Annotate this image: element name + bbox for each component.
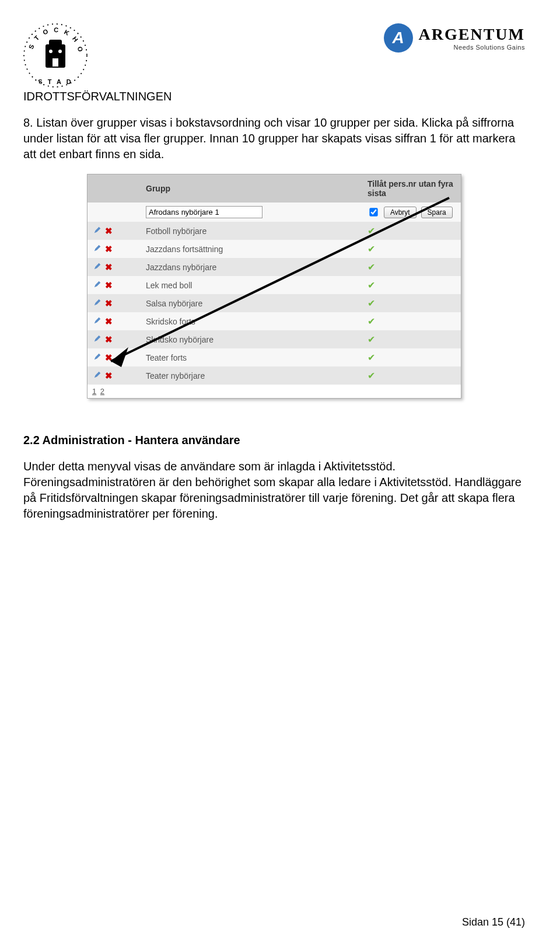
table-row: ✖ Teater forts ✔ (88, 348, 461, 366)
group-name: Lek med boll (140, 276, 362, 294)
delete-icon[interactable]: ✖ (105, 352, 113, 363)
group-name: Skridsko forts (140, 312, 362, 330)
group-name: Teater forts (140, 348, 362, 366)
group-name-input[interactable] (146, 206, 262, 218)
check-icon: ✔ (368, 371, 375, 381)
table-row: ✖ Fotboll nybörjare ✔ (88, 222, 461, 240)
svg-text:S T A D: S T A D (38, 78, 72, 85)
page-footer: Sidan 15 (41) (462, 916, 525, 928)
page-2-link[interactable]: 2 (100, 387, 104, 396)
edit-icon[interactable] (93, 226, 102, 236)
check-icon: ✔ (368, 352, 375, 362)
col-header-group: Grupp (140, 174, 362, 203)
page-header: S T O C K H O L M S S T A D A ARGENTUM N… (23, 23, 525, 90)
edit-icon[interactable] (93, 298, 102, 309)
edit-icon[interactable] (93, 352, 102, 363)
group-name: Jazzdans fortsättning (140, 240, 362, 258)
group-table-screenshot: Grupp Tillåt pers.nr utan fyra sista Avb… (87, 174, 461, 399)
edit-icon[interactable] (93, 316, 102, 327)
check-icon: ✔ (368, 334, 375, 344)
stockholm-stad-logo: S T O C K H O L M S S T A D (23, 23, 88, 90)
svg-rect-7 (52, 58, 58, 67)
table-pager: 1 2 (88, 385, 461, 398)
svg-point-5 (49, 50, 52, 53)
table-row: ✖ Salsa nybörjare ✔ (88, 294, 461, 312)
section-heading: 2.2 Administration - Hantera användare (23, 434, 525, 447)
table-row: ✖ Skridsko nybörjare ✔ (88, 330, 461, 348)
delete-icon[interactable]: ✖ (105, 371, 113, 381)
delete-icon[interactable]: ✖ (105, 262, 113, 273)
department-name: IDROTTSFÖRVALTNINGEN (23, 90, 525, 103)
check-icon: ✔ (368, 298, 375, 308)
check-icon: ✔ (368, 316, 375, 326)
edit-icon[interactable] (93, 280, 102, 291)
section-paragraph: Under detta menyval visas de användare s… (23, 459, 525, 522)
cancel-button[interactable]: Avbryt (384, 207, 416, 218)
table-row: ✖ Jazzdans nybörjare ✔ (88, 258, 461, 276)
group-table: Grupp Tillåt pers.nr utan fyra sista Avb… (88, 174, 461, 385)
edit-icon[interactable] (93, 371, 102, 381)
group-name: Salsa nybörjare (140, 294, 362, 312)
delete-icon[interactable]: ✖ (105, 334, 113, 345)
check-icon: ✔ (368, 244, 375, 254)
delete-icon[interactable]: ✖ (105, 226, 113, 236)
check-icon: ✔ (368, 262, 375, 272)
table-row: ✖ Lek med boll ✔ (88, 276, 461, 294)
table-row: ✖ Jazzdans fortsättning ✔ (88, 240, 461, 258)
edit-icon[interactable] (93, 244, 102, 254)
check-icon: ✔ (368, 280, 375, 290)
argentum-logo: A ARGENTUM Needs Solutions Gains (384, 23, 525, 53)
save-button[interactable]: Spara (421, 207, 453, 218)
check-icon: ✔ (368, 226, 375, 236)
group-name: Teater nybörjare (140, 366, 362, 385)
allow-checkbox[interactable] (369, 208, 377, 217)
svg-rect-4 (49, 40, 62, 46)
delete-icon[interactable]: ✖ (105, 280, 113, 291)
page-1-link[interactable]: 1 (92, 387, 96, 396)
brand-tagline: Needs Solutions Gains (419, 44, 525, 51)
argentum-a-icon: A (384, 23, 413, 53)
group-name: Jazzdans nybörjare (140, 258, 362, 276)
brand-name: ARGENTUM (419, 25, 525, 44)
delete-icon[interactable]: ✖ (105, 316, 113, 327)
col-header-allow: Tillåt pers.nr utan fyra sista (362, 174, 461, 203)
edit-icon[interactable] (93, 334, 102, 345)
intro-paragraph: 8. Listan över grupper visas i bokstavso… (23, 115, 525, 162)
delete-icon[interactable]: ✖ (105, 244, 113, 254)
table-row: ✖ Teater nybörjare ✔ (88, 366, 461, 385)
delete-icon[interactable]: ✖ (105, 298, 113, 309)
group-name: Skridsko nybörjare (140, 330, 362, 348)
edit-icon[interactable] (93, 262, 102, 273)
svg-point-6 (58, 50, 62, 53)
table-row: ✖ Skridsko forts ✔ (88, 312, 461, 330)
group-name: Fotboll nybörjare (140, 222, 362, 240)
